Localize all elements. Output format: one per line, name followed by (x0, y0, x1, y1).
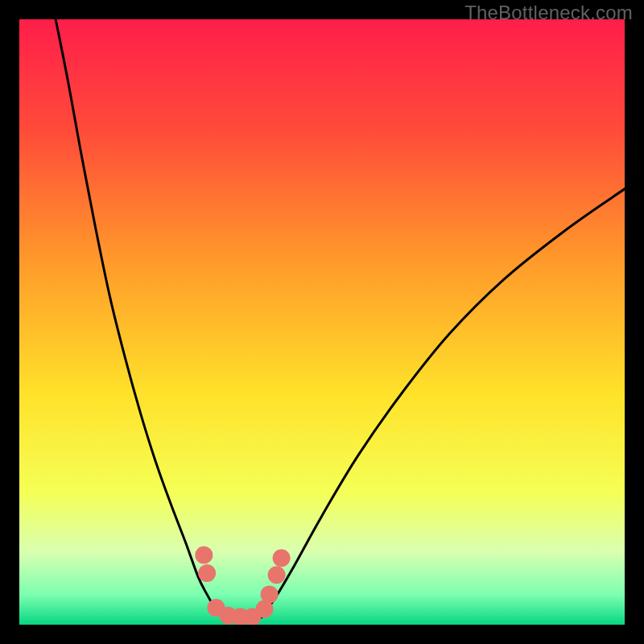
gradient-background (19, 19, 625, 625)
chart-frame (19, 19, 625, 625)
watermark-text: TheBottleneck.com (464, 2, 633, 24)
marker-dot (261, 585, 279, 603)
marker-dot (268, 566, 286, 584)
marker-dot (273, 549, 291, 567)
marker-dot (198, 564, 216, 582)
marker-dot (195, 547, 213, 564)
bottleneck-chart (19, 19, 625, 625)
